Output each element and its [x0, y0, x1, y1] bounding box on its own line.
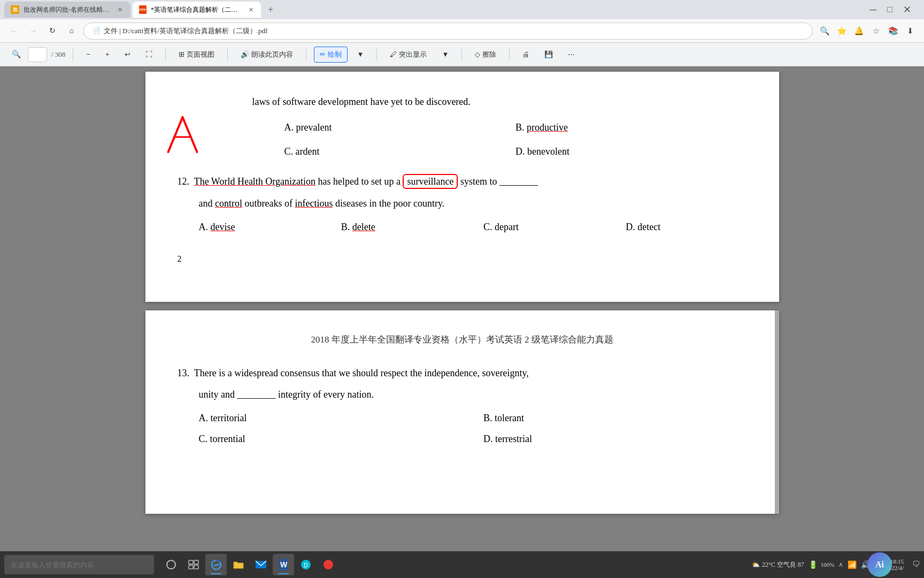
taskbar-record[interactable]	[318, 554, 339, 575]
q12-option-a: A. devise	[199, 218, 341, 235]
q12-text: 12. The World Health Organization has he…	[178, 173, 747, 190]
address-bar-input[interactable]: 📄 文件 | D:/catti资料/英语笔译综合真题解析（二级）.pdf	[83, 22, 813, 40]
pdf-highlight-dropdown[interactable]: ▼	[436, 47, 454, 63]
pdf-page-2: 2018 年度上半年全国翻译专业资格（水平）考试英语 2 级笔译综合能力真题 1…	[145, 310, 779, 514]
refresh-button[interactable]: ↻	[45, 24, 60, 39]
svg-line-1	[182, 117, 197, 152]
q13-option-b: B. tolerant	[483, 409, 768, 427]
collections-icon[interactable]: 🔔	[851, 24, 866, 39]
back-button[interactable]: ←	[6, 24, 21, 39]
pdf-draw-button[interactable]: ✏ 绘制	[314, 47, 348, 63]
pdf-zoom-out[interactable]: −	[81, 47, 96, 63]
pdf-erase-button[interactable]: ◇ 擦除	[469, 47, 502, 63]
pdf-sep-3	[227, 48, 228, 61]
annotation-a	[161, 115, 204, 159]
address-bar: ← → ↻ ⌂ 📄 文件 | D:/catti资料/英语笔译综合真题解析（二级）…	[0, 19, 924, 43]
pages-container: laws of software development have yet to…	[0, 66, 924, 551]
q13-text2: unity and ________ integrity of every na…	[199, 386, 747, 403]
taskbar-right: ⛅ 22°C 空气良 87 🔋 100% ∧ 📶 🔊 中 18:15 2022/…	[752, 558, 920, 571]
tab-1[interactable]: 批 批改网名师闪批-名师在线精批这... ✕	[4, 2, 130, 18]
taskbar-search[interactable]	[4, 555, 154, 574]
q12-option-b: B. delete	[341, 218, 483, 235]
close-button[interactable]: ✕	[899, 2, 915, 18]
pdf-print-button[interactable]: 🖨	[517, 47, 535, 63]
taskbar-edge[interactable]	[205, 554, 227, 575]
tab-2[interactable]: PDF *英语笔译综合真题解析（二级）.pdf ✕	[133, 2, 261, 18]
weather-icon: ⛅	[752, 561, 760, 569]
taskbar-dict[interactable]: D	[295, 554, 317, 575]
q13-option-c: C. torrential	[199, 430, 484, 447]
svg-text:D: D	[304, 562, 308, 568]
q13-options: A. territorial B. tolerant C. torrential…	[199, 409, 768, 447]
address-text: 文件 | D:/catti资料/英语笔译综合真题解析（二级）.pdf	[104, 26, 804, 36]
taskbar-explorer[interactable]	[228, 554, 249, 575]
pdf-page-content-1: laws of software development have yet to…	[178, 93, 747, 267]
q13-option-d: D. terrestrial	[483, 430, 768, 447]
pdf-sep-6	[461, 48, 462, 61]
forward-button[interactable]: →	[26, 24, 41, 39]
browser-toolbar-icons: 🔍 ⭐ 🔔 ☆ 📚 ⬇	[817, 24, 918, 39]
pdf-zoom-in[interactable]: +	[100, 47, 115, 63]
pdf-read-aloud-button[interactable]: 🔊 朗读此页内容	[235, 47, 298, 63]
q12-number: 12.	[178, 176, 194, 187]
pdf-highlight-label: 突出显示	[399, 50, 427, 59]
notification-icon[interactable]: 🗨	[912, 560, 920, 569]
options-q11: A. prevalent B. productive C. ardent D. …	[284, 119, 747, 160]
pdf-search-button[interactable]: 🔍	[9, 47, 24, 62]
search-toolbar-icon[interactable]: 🔍	[817, 24, 832, 39]
download-icon[interactable]: ⬇	[903, 24, 918, 39]
taskbar-cortana[interactable]	[160, 554, 182, 575]
pdf-page-content-2: 2018 年度上半年全国翻译专业资格（水平）考试英语 2 级笔译综合能力真题 1…	[178, 332, 747, 447]
pdf-draw-label: 绘制	[328, 50, 342, 59]
page-number-2: 2	[178, 252, 747, 267]
tab-1-close[interactable]: ✕	[116, 5, 124, 14]
taskbar-app-icons: W D	[160, 554, 339, 575]
pdf-read-icon: 🔊	[241, 50, 249, 58]
page2-title: 2018 年度上半年全国翻译专业资格（水平）考试英语 2 级笔译综合能力真题	[178, 332, 747, 348]
reading-list-icon[interactable]: 📚	[886, 24, 900, 39]
ai-label: Ai	[875, 560, 884, 569]
pdf-page-view-button[interactable]: ⊞ 页面视图	[173, 47, 220, 63]
pdf-page-total: / 308	[51, 50, 65, 59]
pdf-page-view-label: 页面视图	[187, 50, 214, 59]
tray-expand-icon[interactable]: ∧	[838, 561, 843, 569]
pdf-draw-dropdown[interactable]: ▼	[352, 47, 369, 63]
option-d-benevolent: D. benevolent	[515, 143, 747, 160]
tab-bar: 批 批改网名师闪批-名师在线精批这... ✕ PDF *英语笔译综合真题解析（二…	[0, 0, 924, 19]
pdf-sep-4	[306, 48, 306, 61]
option-b-productive: B. productive	[515, 119, 747, 136]
tab-2-close[interactable]: ✕	[247, 5, 255, 14]
ai-button[interactable]: Ai	[867, 552, 892, 577]
q12-option-d: D. detect	[626, 218, 768, 235]
taskbar-taskview[interactable]	[183, 554, 204, 575]
pdf-expand-button[interactable]: ⛶	[140, 47, 158, 63]
pdf-fit-button[interactable]: ↩	[119, 47, 136, 63]
time-display: 18:15	[890, 558, 904, 565]
scrollbar[interactable]	[775, 310, 779, 514]
taskbar-word[interactable]: W	[273, 554, 294, 575]
taskbar-mail[interactable]	[250, 554, 272, 575]
minimize-button[interactable]: ─	[866, 2, 881, 18]
question-12: 12. The World Health Organization has he…	[178, 173, 747, 235]
pdf-page-1: laws of software development have yet to…	[145, 72, 779, 302]
pdf-erase-label: 擦除	[482, 50, 496, 59]
svg-point-3	[167, 560, 175, 569]
favorites-icon[interactable]: ⭐	[834, 24, 849, 39]
favorites-bar-icon[interactable]: ☆	[868, 24, 883, 39]
tab-2-label: *英语笔译综合真题解析（二级）.pdf	[151, 5, 241, 14]
home-button[interactable]: ⌂	[64, 24, 79, 39]
taskbar-search-input[interactable]	[11, 561, 148, 569]
q12-infectious: infectious	[295, 198, 333, 209]
pdf-save-button[interactable]: 💾	[539, 47, 558, 63]
pdf-more-button[interactable]: ⋯	[563, 47, 580, 63]
pdf-read-label: 朗读此页内容	[251, 50, 293, 59]
content-area: laws of software development have yet to…	[0, 66, 924, 551]
maximize-button[interactable]: □	[883, 3, 897, 17]
pdf-page-input[interactable]	[28, 47, 47, 62]
svg-rect-6	[189, 565, 193, 569]
svg-text:W: W	[280, 560, 288, 569]
pdf-sep-1	[73, 48, 73, 61]
question-13: 13. There is a widespread consensus that…	[178, 364, 747, 448]
new-tab-button[interactable]: +	[263, 2, 278, 17]
pdf-highlight-button[interactable]: 🖊 突出显示	[384, 47, 432, 63]
